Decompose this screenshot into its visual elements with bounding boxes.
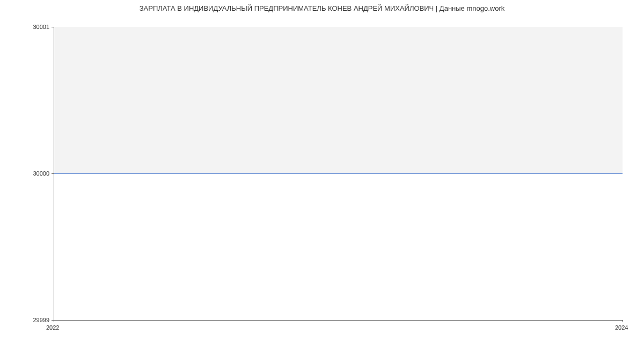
x-tick-label: 2024: [615, 324, 628, 331]
chart-title: ЗАРПЛАТА В ИНДИВИДУАЛЬНЫЙ ПРЕДПРИНИМАТЕЛ…: [0, 4, 644, 12]
x-tick: [54, 320, 54, 322]
grid-band: [54, 27, 623, 173]
chart-container: ЗАРПЛАТА В ИНДИВИДУАЛЬНЫЙ ПРЕДПРИНИМАТЕЛ…: [0, 0, 644, 349]
y-tick: [52, 27, 54, 27]
y-axis: [54, 27, 54, 320]
x-axis: [54, 320, 623, 321]
y-tick-label: 30000: [33, 170, 49, 177]
y-tick: [52, 173, 54, 174]
plot-area: [54, 27, 623, 320]
data-series-line: [54, 173, 623, 174]
x-tick: [623, 320, 623, 322]
y-tick-label: 29999: [33, 317, 49, 323]
x-tick-label: 2022: [46, 324, 59, 331]
y-tick-label: 30001: [33, 24, 49, 30]
